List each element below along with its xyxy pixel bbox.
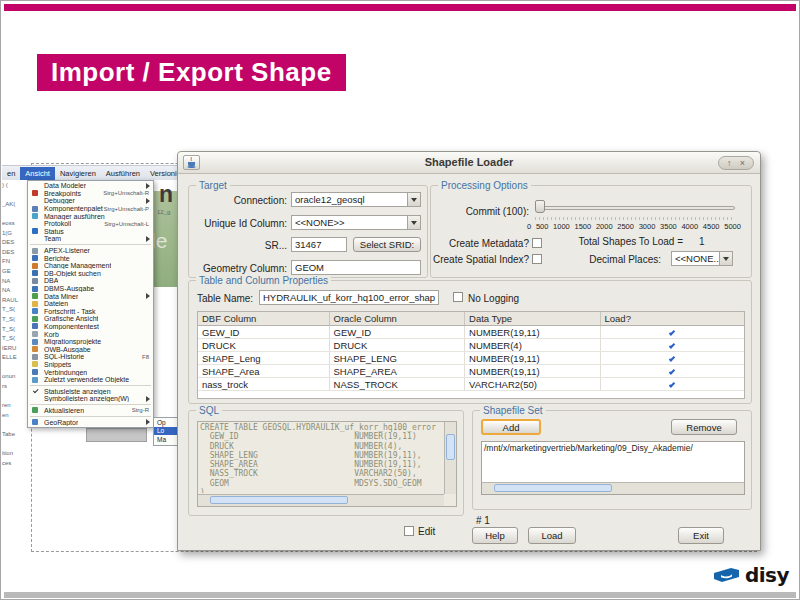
menu-item-icon [32, 278, 38, 284]
menu-item-icon [32, 206, 38, 212]
submenu-arrow-icon [146, 293, 150, 299]
menubar-item[interactable]: Ausführen [101, 167, 145, 180]
load-button[interactable]: Load [528, 527, 576, 544]
menu-item[interactable]: SQL-Historie F8 [28, 353, 153, 361]
maximize-button[interactable]: ↑ [727, 157, 732, 169]
table-row[interactable]: SHAPE_Area SHAPE_AREA NUMBER(19,11) [198, 365, 744, 378]
menu-item[interactable]: Statusleiste anzeigen [28, 387, 153, 395]
menu-item[interactable]: Migrationsprojekte [28, 338, 153, 346]
menu-item[interactable]: Snippets [28, 361, 153, 369]
load-checkbox[interactable] [669, 381, 675, 387]
chevron-down-icon[interactable] [407, 193, 420, 206]
menu-item[interactable]: Korb [28, 330, 153, 338]
load-checkbox[interactable] [669, 355, 675, 361]
menu-item[interactable]: Team [28, 235, 153, 243]
menu-item[interactable]: Dateien [28, 300, 153, 308]
geometry-column-input[interactable] [291, 260, 421, 275]
sql-vertical-scrollbar[interactable] [444, 422, 456, 494]
commit-slider-track[interactable] [535, 206, 735, 210]
menu-item[interactable]: DB-Objekt suchen [28, 270, 153, 278]
menu-item[interactable]: Aktualisieren Strg-R [28, 407, 153, 415]
submenu-item[interactable]: Op [154, 418, 178, 427]
menu-item[interactable]: Data Miner [28, 292, 153, 300]
check-icon [33, 388, 38, 393]
commit-label: Commit (100): [433, 206, 529, 217]
menu-item[interactable]: Symbolleisten anzeigen(W) [28, 395, 153, 403]
load-checkbox[interactable] [669, 329, 675, 335]
menubar-item[interactable]: en [2, 167, 20, 180]
edit-checkbox[interactable] [404, 526, 414, 536]
create-metadata-checkbox[interactable] [532, 238, 542, 248]
list-horizontal-scrollbar[interactable] [482, 482, 744, 494]
commit-slider-thumb[interactable] [535, 200, 545, 213]
table-row[interactable]: nass_trock NASS_TROCK VARCHAR2(50) [198, 378, 744, 391]
list-item[interactable]: /mnt/x/marketingvertrieb/Marketing/09_Di… [482, 442, 744, 454]
srid-input[interactable] [291, 237, 347, 252]
column-header[interactable]: Load? [601, 312, 744, 325]
menu-item[interactable]: Breakpoints Strg+Umschalt-R [28, 190, 153, 198]
georaptor-submenu: Op Lo Ma [153, 417, 179, 446]
table-body: GEW_ID GEW_ID NUMBER(19,11) DRUCK DRUCK … [198, 326, 744, 391]
menu-item[interactable]: Change Management [28, 262, 153, 270]
menu-item[interactable]: Status [28, 228, 153, 236]
connection-select[interactable]: oracle12_geosql [291, 192, 421, 207]
table-name-label: Table Name: [197, 293, 253, 304]
menu-item-icon [32, 190, 38, 196]
remove-button[interactable]: Remove [671, 419, 737, 435]
column-header[interactable]: Data Type [465, 312, 601, 325]
menu-item[interactable]: DBMS-Ausgabe [28, 285, 153, 293]
menu-item[interactable]: Berichte [28, 254, 153, 262]
menu-item[interactable]: Debugger [28, 197, 153, 205]
menu-item-icon [32, 308, 38, 314]
table-name-input[interactable] [259, 290, 439, 305]
load-checkbox[interactable] [669, 368, 675, 374]
slider-tick-labels: 0500100015002000250030003500400045005000 [527, 222, 741, 231]
menu-item[interactable]: Data Modeler [28, 182, 153, 190]
sql-preview-area[interactable]: CREATE TABLE GEOSQL.HYDRAULIK_uf_korr_hq… [197, 421, 457, 507]
table-row[interactable]: SHAPE_Leng SHAPE_LENG NUMBER(19,11) [198, 352, 744, 365]
select-srid-button[interactable]: Select SRID: [353, 237, 421, 252]
sql-horizontal-scrollbar[interactable] [198, 494, 444, 506]
close-button[interactable]: × [740, 157, 745, 169]
menubar-item[interactable]: Ansicht [20, 167, 55, 180]
submenu-arrow-icon [146, 198, 150, 204]
no-logging-checkbox[interactable] [453, 292, 463, 302]
menu-item-icon [32, 377, 38, 383]
menu-item[interactable]: APEX-Listener [28, 247, 153, 255]
sql-group: SQL CREATE TABLE GEOSQL.HYDRAULIK_uf_kor… [188, 410, 464, 516]
menu-item[interactable]: Zuletzt verwendete Objekte [28, 376, 153, 384]
column-header[interactable]: DBF Column [198, 312, 330, 325]
chevron-down-icon[interactable] [407, 216, 420, 229]
menu-item[interactable]: Komponententest [28, 323, 153, 331]
slide-bottom-bar [4, 592, 796, 598]
decimal-places-select[interactable]: <<NONE... [671, 251, 733, 266]
submenu-item[interactable]: Ma [154, 435, 178, 444]
unique-id-label: Unique Id Column: [191, 218, 287, 229]
dialog-titlebar[interactable]: Shapefile Loader ↑ × [178, 152, 760, 174]
menu-item[interactable]: Protokoll Strg+Umschalt-L [28, 220, 153, 228]
submenu-arrow-icon [146, 183, 150, 189]
load-checkbox[interactable] [669, 342, 675, 348]
menu-item[interactable]: Verbindungen [28, 368, 153, 376]
menu-item[interactable]: DBA [28, 277, 153, 285]
column-header[interactable]: Oracle Column [330, 312, 466, 325]
add-button[interactable]: Add [481, 419, 541, 435]
sql-legend: SQL [196, 405, 222, 416]
exit-button[interactable]: Exit [678, 527, 724, 544]
unique-id-select[interactable]: <<NONE>> [291, 215, 421, 230]
table-row[interactable]: DRUCK DRUCK NUMBER(4) [198, 339, 744, 352]
menu-item-icon [32, 293, 38, 299]
menu-item[interactable]: Komponentenpalette Strg+Umschalt-P [28, 205, 153, 213]
menu-item-icon [32, 263, 38, 269]
menu-item[interactable]: Grafische Ansicht [28, 315, 153, 323]
menu-item[interactable]: OWB-Ausgabe [28, 345, 153, 353]
menu-item[interactable]: Manager ausführen [28, 212, 153, 220]
table-row[interactable]: GEW_ID GEW_ID NUMBER(19,11) [198, 326, 744, 339]
menu-item[interactable]: GeoRaptor [28, 418, 153, 426]
menu-item[interactable]: Fortschritt - Task [28, 308, 153, 316]
menubar-item[interactable]: Navigieren [55, 167, 101, 180]
submenu-item[interactable]: Lo [154, 427, 178, 436]
shapefile-list[interactable]: /mnt/x/marketingvertrieb/Marketing/09_Di… [481, 441, 745, 495]
chevron-down-icon[interactable] [719, 252, 732, 265]
help-button[interactable]: Help [472, 527, 518, 544]
